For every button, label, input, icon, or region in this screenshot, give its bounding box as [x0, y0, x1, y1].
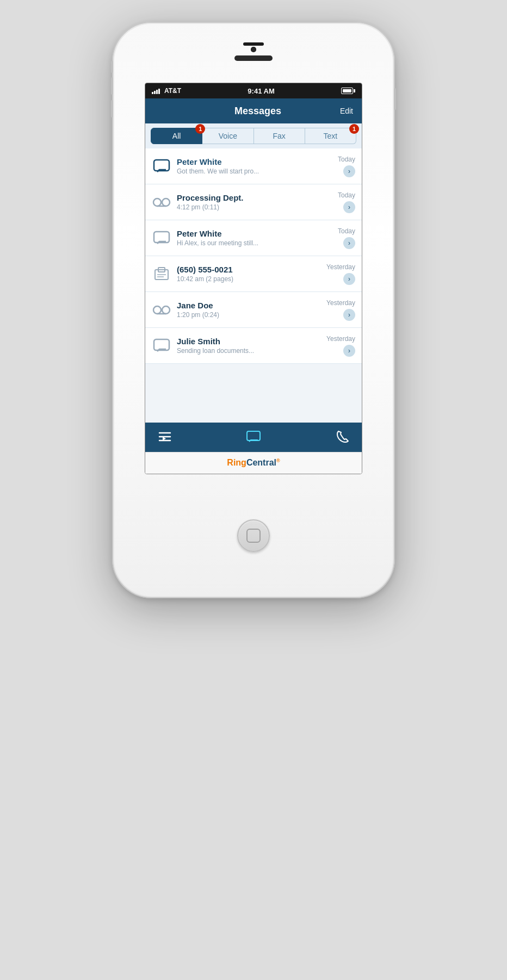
msg-time: Yesterday — [326, 263, 355, 271]
home-button-inner — [246, 529, 261, 543]
msg-name: Julie Smith — [177, 337, 321, 346]
battery-icon — [341, 88, 355, 94]
page-wrapper: AT&T 9:41 AM Messages Edit All — [0, 0, 507, 980]
msg-content: Peter White Got them. We will start pro.… — [177, 157, 332, 175]
status-bar: AT&T 9:41 AM — [145, 83, 362, 98]
msg-sub: Sending loan documents... — [177, 347, 321, 355]
chat-icon — [152, 228, 171, 248]
msg-time: Yesterday — [326, 335, 355, 343]
nav-bar: Messages Edit — [145, 98, 362, 123]
msg-name: Jane Doe — [177, 301, 321, 310]
speaker-earpiece — [234, 55, 273, 61]
message-list: Peter White Got them. We will start pro.… — [145, 148, 362, 423]
msg-right: Today › — [338, 191, 355, 213]
edit-button[interactable]: Edit — [340, 107, 353, 115]
phone-screen: AT&T 9:41 AM Messages Edit All — [145, 83, 362, 474]
tab-text[interactable]: Text 1 — [305, 128, 356, 144]
signal-bar-3 — [156, 90, 158, 94]
msg-sub: Hi Alex, is our meeting still... — [177, 239, 332, 247]
status-time: 9:41 AM — [248, 87, 274, 95]
message-item[interactable]: Peter White Hi Alex, is our meeting stil… — [145, 220, 362, 256]
msg-sub: 4:12 pm (0:11) — [177, 203, 332, 211]
msg-content: Peter White Hi Alex, is our meeting stil… — [177, 229, 332, 247]
svg-rect-17 — [247, 431, 260, 441]
msg-content: Julie Smith Sending loan documents... — [177, 337, 321, 355]
chevron-right-icon[interactable]: › — [343, 201, 355, 213]
signal-bars — [152, 88, 160, 94]
msg-time: Today — [338, 191, 355, 199]
msg-content: (650) 555-0021 10:42 am (2 pages) — [177, 265, 321, 283]
phone-top — [113, 23, 394, 83]
msg-right: Yesterday › — [326, 299, 355, 321]
sensor-bar — [243, 42, 264, 46]
msg-content: Jane Doe 1:20 pm (0:24) — [177, 301, 321, 319]
phone-bottom — [237, 474, 270, 597]
chevron-right-icon[interactable]: › — [343, 345, 355, 357]
messages-icon[interactable] — [243, 426, 264, 448]
battery-tip — [354, 89, 355, 92]
carrier-label: AT&T — [164, 87, 181, 95]
msg-content: Processing Dept. 4:12 pm (0:11) — [177, 193, 332, 211]
msg-time: Today — [338, 227, 355, 235]
chevron-right-icon[interactable]: › — [343, 165, 355, 177]
msg-right: Today › — [338, 227, 355, 249]
phone-shell: AT&T 9:41 AM Messages Edit All — [112, 22, 395, 598]
message-item[interactable]: Processing Dept. 4:12 pm (0:11) Today › — [145, 184, 362, 220]
phone-icon[interactable] — [331, 426, 353, 448]
chevron-right-icon[interactable]: › — [343, 309, 355, 321]
svg-point-9 — [153, 306, 161, 314]
msg-name: Peter White — [177, 157, 332, 166]
message-item[interactable]: (650) 555-0021 10:42 am (2 pages) Yester… — [145, 256, 362, 292]
svg-point-1 — [153, 199, 161, 206]
brand-bar: RingCentral® — [145, 452, 362, 474]
msg-time: Yesterday — [326, 299, 355, 307]
message-item[interactable]: Jane Doe 1:20 pm (0:24) Yesterday › — [145, 292, 362, 328]
msg-right: Today › — [338, 156, 355, 177]
chat-icon — [152, 157, 171, 176]
message-item[interactable]: Peter White Got them. We will start pro.… — [145, 148, 362, 184]
msg-name: Peter White — [177, 229, 332, 238]
svg-point-10 — [162, 306, 170, 314]
front-camera — [251, 47, 256, 52]
msg-name: (650) 555-0021 — [177, 265, 321, 274]
fax-icon — [152, 264, 171, 284]
msg-sub: 10:42 am (2 pages) — [177, 275, 321, 283]
battery-body — [341, 88, 353, 94]
tabs-bar: All 1 Voice Fax Text 1 — [145, 123, 362, 148]
msg-sub: Got them. We will start pro... — [177, 168, 332, 175]
tab-text-badge: 1 — [349, 124, 359, 134]
battery-fill — [343, 89, 351, 92]
message-item[interactable]: Julie Smith Sending loan documents... Ye… — [145, 328, 362, 364]
signal-bar-2 — [154, 91, 156, 94]
msg-right: Yesterday › — [326, 263, 355, 285]
sleep-button — [394, 88, 396, 110]
inbox-icon[interactable] — [154, 426, 176, 448]
tab-all[interactable]: All 1 — [151, 128, 202, 144]
volume-down-button — [111, 100, 113, 117]
chevron-right-icon[interactable]: › — [343, 273, 355, 285]
voicemail-icon — [152, 193, 171, 212]
brand-text: RingCentral® — [227, 458, 280, 468]
chat-icon — [152, 336, 171, 356]
nav-title: Messages — [176, 106, 340, 117]
tab-voice[interactable]: Voice — [202, 128, 253, 144]
chevron-right-icon[interactable]: › — [343, 237, 355, 249]
signal-bar-1 — [152, 92, 153, 94]
bottom-toolbar — [145, 423, 362, 452]
svg-point-2 — [162, 199, 170, 206]
msg-name: Processing Dept. — [177, 193, 332, 202]
home-button[interactable] — [237, 519, 270, 552]
msg-right: Yesterday › — [326, 335, 355, 357]
signal-bar-4 — [158, 89, 160, 94]
msg-sub: 1:20 pm (0:24) — [177, 311, 321, 319]
voicemail-icon — [152, 300, 171, 320]
status-left: AT&T — [152, 87, 181, 95]
tab-fax[interactable]: Fax — [254, 128, 305, 144]
msg-time: Today — [338, 156, 355, 163]
